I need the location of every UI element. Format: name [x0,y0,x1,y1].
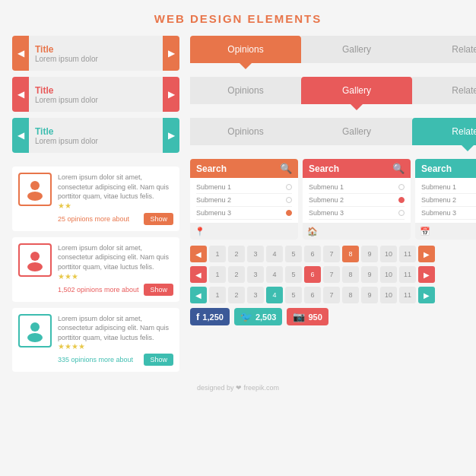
submenu-label-r3: Submenu 3 [309,209,344,217]
page-next-arrow-3[interactable]: ▶ [418,287,435,303]
submenu-item-t2: Submenu 2 [421,194,476,207]
left-column: ◀ Title Lorem ipsum dolor ▶ ◀ Title Lore… [12,36,179,378]
page-2-3[interactable]: 2 [228,287,245,303]
submenu-item-r2: Submenu 2 [309,194,405,207]
twitter-icon: 🐦 [240,311,252,322]
tab-opinions-2[interactable]: Opinions [190,77,301,104]
search-input-teal[interactable] [433,227,476,235]
submenu-dot-o2 [286,197,292,203]
tab-opinions-3[interactable]: Opinions [190,118,301,145]
search-label-teal: Search [421,163,452,174]
tab-related-2[interactable]: Related [412,77,476,104]
tab-opinions-1[interactable]: Opinions [190,36,301,63]
twitter-social[interactable]: 🐦 2,503 [234,308,283,325]
search-header-red: Search 🔍 [303,159,411,178]
page-4-2[interactable]: 4 [266,266,283,283]
page-10-1[interactable]: 10 [380,246,397,262]
page-2-1[interactable]: 2 [228,246,245,262]
submenu-dot-o1 [286,184,292,190]
page-5-1[interactable]: 5 [285,246,302,262]
search-input-bar-red: 🏠 [303,223,411,240]
show-btn-3[interactable]: Show [144,354,173,366]
calendar-icon: 📅 [420,227,430,236]
page-9-3[interactable]: 9 [361,287,378,303]
page-1-2[interactable]: 1 [209,266,226,283]
page-3-1[interactable]: 3 [247,246,264,262]
opinion-footer-2: 1,502 opinions more about Show [58,284,173,296]
page-next-arrow-2[interactable]: ▶ [418,266,435,283]
page-6-3[interactable]: 6 [304,287,321,303]
slider-content-1: Title Lorem ipsum dolor [29,44,163,63]
page-7-2[interactable]: 7 [323,266,340,283]
facebook-social[interactable]: f 1,250 [190,308,230,325]
tab-gallery-3[interactable]: Gallery [301,118,412,145]
page-6-1[interactable]: 6 [304,246,321,262]
tab-related-3[interactable]: Related [412,118,476,145]
opinions-count-1: 25 opinions more about [58,215,129,223]
page-prev-arrow-1[interactable]: ◀ [190,246,207,262]
submenu-dot-r3 [398,210,405,216]
page-8-2[interactable]: 8 [342,266,359,283]
show-btn-2[interactable]: Show [144,284,173,296]
opinion-text-1: Lorem ipsum dolor sit amet, consectetur … [58,173,173,202]
page-4-3[interactable]: 4 [266,287,283,303]
right-column: Opinions Gallery Related Opinions Galler… [190,36,476,378]
page-8-1[interactable]: 8 [342,246,359,262]
slider-row-1: ◀ Title Lorem ipsum dolor ▶ [12,36,179,71]
show-btn-1[interactable]: Show [144,213,173,225]
search-input-red[interactable] [321,227,406,235]
svg-point-5 [27,333,43,342]
svg-point-0 [30,181,40,190]
slider-left-arrow-1[interactable]: ◀ [12,36,29,71]
page-3-2[interactable]: 3 [247,266,264,283]
page-5-3[interactable]: 5 [285,287,302,303]
tab-section: Opinions Gallery Related Opinions Galler… [190,36,476,145]
page-2-2[interactable]: 2 [228,266,245,283]
page-9-2[interactable]: 9 [361,266,378,283]
page-5-2[interactable]: 5 [285,266,302,283]
svg-point-3 [27,262,43,271]
slider-right-arrow-3[interactable]: ▶ [163,118,179,153]
slider-content-3: Title Lorem ipsum dolor [29,126,163,145]
slider-sub-3: Lorem ipsum dolor [35,137,157,145]
page-next-arrow-1[interactable]: ▶ [418,246,435,262]
page-prev-arrow-3[interactable]: ◀ [190,287,207,303]
tab-gallery-1[interactable]: Gallery [301,36,412,63]
slider-left-arrow-3[interactable]: ◀ [12,118,29,153]
page-4-1[interactable]: 4 [266,246,283,262]
avatar-1 [18,173,52,206]
page-title: WEB DESIGN ELEMENTS [12,12,464,25]
page-prev-arrow-2[interactable]: ◀ [190,266,207,283]
page-8-3[interactable]: 8 [342,287,359,303]
page-11-3[interactable]: 11 [399,287,416,303]
page-1-1[interactable]: 1 [209,246,226,262]
opinion-card-3: Lorem ipsum dolor sit amet, consectetur … [12,308,179,373]
page-3-3[interactable]: 3 [247,287,264,303]
page-7-3[interactable]: 7 [323,287,340,303]
search-input-bar-teal: 📅 [415,223,476,240]
instagram-social[interactable]: 📷 950 [287,308,328,325]
page-9-1[interactable]: 9 [361,246,378,262]
svg-point-1 [27,192,43,201]
twitter-count: 2,503 [255,313,277,322]
page-11-1[interactable]: 11 [399,246,416,262]
page-10-2[interactable]: 10 [380,266,397,283]
facebook-icon: f [196,311,199,322]
search-input-orange[interactable] [208,227,294,235]
search-label-orange: Search [196,163,227,174]
tab-gallery-2[interactable]: Gallery [301,77,412,104]
opinion-footer-1: 25 opinions more about Show [58,213,173,225]
page-6-2[interactable]: 6 [304,266,321,283]
page-10-3[interactable]: 10 [380,287,397,303]
slider-right-arrow-2[interactable]: ▶ [163,77,179,112]
slider-right-arrow-1[interactable]: ▶ [163,36,179,71]
submenu-label-r2: Submenu 2 [309,196,344,204]
page-11-2[interactable]: 11 [399,266,416,283]
slider-left-arrow-2[interactable]: ◀ [12,77,29,112]
page-1-3[interactable]: 1 [209,287,226,303]
stars-2: ★★★ [58,272,173,281]
tab-related-1[interactable]: Related [412,36,476,63]
slider-title-1: Title [35,44,157,55]
page-7-1[interactable]: 7 [323,246,340,262]
submenu-label-o2: Submenu 2 [196,196,231,204]
